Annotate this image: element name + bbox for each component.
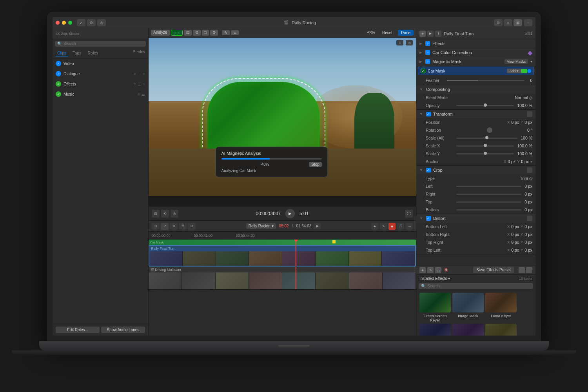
view-masks-btn[interactable]: View Masks — [505, 59, 528, 64]
effect-luma-keyer[interactable]: Luma Keyer — [485, 293, 517, 322]
fullscreen-view-btn[interactable]: ⛶ — [405, 210, 413, 218]
add-to-timeline-btn[interactable]: + — [419, 267, 426, 273]
mask-tool4[interactable]: ⊘ — [210, 30, 218, 36]
back-button[interactable]: ↙ — [77, 19, 85, 26]
scale-all-slider[interactable] — [456, 138, 517, 139]
timeline-tool5[interactable]: ⊞ — [188, 223, 196, 230]
fullscreen-button[interactable] — [68, 21, 72, 25]
effects-check[interactable]: ✓ — [425, 41, 430, 46]
mask-lasso-btn[interactable]: ⊂ — [231, 30, 239, 35]
car-mask-check-row[interactable]: ✓ — [421, 69, 425, 73]
grid-view-btn[interactable]: ⊞ — [494, 19, 503, 26]
mask-color-swatch[interactable] — [521, 69, 527, 73]
minimize-button[interactable] — [62, 21, 66, 25]
car-mask-highlighted-row[interactable]: ✓ Car Mask Add ▾ — [418, 67, 534, 75]
forward-button[interactable]: ⚙ — [87, 19, 96, 26]
opacity-knob[interactable] — [484, 103, 487, 107]
car-color-header[interactable]: ▶ ✓ Car Color Correction ◆ — [416, 48, 535, 57]
crop-icon[interactable] — [527, 167, 532, 173]
mask-tool2[interactable]: ⊙ — [193, 30, 201, 36]
tags-tab[interactable]: Tags — [71, 50, 83, 56]
active-mask-btn[interactable]: ▷▷ — [171, 30, 183, 36]
blend-mode-value[interactable]: Normal ◇ — [515, 95, 532, 100]
effect-image-mask[interactable]: Image Mask — [452, 293, 484, 322]
compositing-header[interactable]: ▼ Compositing — [416, 85, 535, 94]
distort-check[interactable]: ✓ — [426, 216, 431, 221]
inspector-btn[interactable]: ▦ — [514, 19, 522, 26]
crop-bottom-slider[interactable] — [456, 209, 521, 211]
timeline-tool3[interactable]: ⚙ — [170, 223, 178, 230]
effects-section-header[interactable]: ▶ ✓ Effects — [416, 39, 535, 48]
mask-tool1[interactable]: ⊡ — [184, 30, 192, 36]
crop-header[interactable]: ▼ ✓ Crop — [416, 166, 535, 174]
viewer-icon-2[interactable]: ◎ — [406, 40, 413, 45]
effects-list-btn[interactable] — [526, 267, 532, 273]
scale-x-slider[interactable] — [456, 145, 514, 147]
crop-type-value[interactable]: Trim ◇ — [520, 176, 532, 181]
distort-header[interactable]: ▼ ✓ Distort — [416, 214, 535, 223]
show-audio-lanes-button[interactable]: Show Audio Lanes — [101, 327, 145, 333]
scale-all-knob[interactable] — [485, 136, 488, 139]
rotation-knob[interactable] — [487, 127, 492, 133]
zoom-in-btn[interactable]: + — [371, 223, 378, 230]
crop-check[interactable]: ✓ — [426, 168, 431, 172]
effect-scene-removal[interactable]: Scene Removal Mask — [452, 324, 484, 336]
share-button[interactable]: ◎ — [97, 19, 106, 26]
window-controls[interactable] — [56, 21, 72, 25]
inspector-tab-video[interactable]: ▶ — [427, 31, 434, 37]
mute-btn[interactable]: 🔇 — [443, 267, 449, 273]
transform-header[interactable]: ▼ ✓ Transform — [416, 110, 535, 118]
close-button[interactable] — [56, 21, 60, 25]
crop-right-slider[interactable] — [456, 194, 521, 195]
effects-role-check[interactable]: ✓ — [56, 81, 61, 87]
audio-clip[interactable]: 🎬 Driving Multicam — [149, 267, 416, 289]
effect-shape-mask[interactable]: Shape Mask — [485, 324, 517, 336]
mask-edit-btn[interactable]: ✎ — [222, 30, 230, 35]
record-btn[interactable]: ● — [388, 223, 396, 230]
audio-browser-btn[interactable]: ∿ — [427, 267, 434, 273]
effect-green-screen[interactable]: Green Screen Keyer — [419, 293, 451, 322]
analyze-btn[interactable]: Analyze — [151, 30, 170, 36]
effects-role-item[interactable]: ✓ Effects ≡⚌○ — [53, 79, 148, 89]
roles-tab[interactable]: Roles — [86, 50, 100, 56]
dialogue-role-item[interactable]: ✓ Dialogue ≡⚌○ — [53, 69, 148, 79]
reset-btn[interactable]: Reset — [379, 30, 396, 36]
feather-slider[interactable] — [447, 80, 524, 81]
magnetic-mask-header[interactable]: ▶ ✓ Magnetic Mask View Masks ▾ — [416, 57, 535, 66]
effects-search-input[interactable] — [427, 284, 531, 288]
search-input[interactable] — [64, 42, 143, 46]
crop-left-slider[interactable] — [456, 186, 521, 187]
timeline-tool4[interactable]: ☷ — [179, 223, 187, 230]
music-role-check[interactable]: ✓ — [56, 91, 61, 97]
save-effects-preset-btn[interactable]: Save Effects Preset — [473, 267, 514, 273]
magnetic-mask-check[interactable]: ✓ — [425, 59, 430, 64]
timeline-tool1[interactable]: ⊡ — [152, 223, 160, 230]
opacity-slider[interactable] — [456, 105, 514, 106]
waveform-btn[interactable]: ∿ — [380, 223, 387, 230]
mask-tool3[interactable]: □ — [202, 30, 209, 36]
inspector-tab-fx[interactable]: ◈ — [419, 31, 426, 37]
audio-btn[interactable]: 🎵 — [397, 223, 404, 230]
scale-y-slider[interactable] — [456, 153, 514, 154]
clips-tab[interactable]: Clips — [56, 50, 68, 56]
timeline-nav-btn[interactable]: ▶ — [314, 223, 321, 229]
mask-color-blue[interactable] — [527, 69, 531, 73]
transform-check[interactable]: ✓ — [426, 112, 431, 116]
more-btn[interactable]: ··· — [406, 223, 413, 230]
effects-grid-btn[interactable] — [519, 267, 525, 273]
headphones-btn[interactable]: 🎧 — [435, 267, 441, 273]
transform-btn[interactable]: ⟲ — [161, 210, 169, 218]
inspector-tab-info[interactable]: ℹ — [435, 31, 441, 37]
distort-icon[interactable] — [527, 216, 532, 221]
scale-y-knob[interactable] — [484, 152, 487, 155]
main-video-clip[interactable]: Rally Final Turn — [149, 245, 416, 267]
edit-roles-button[interactable]: Edit Roles... — [56, 327, 100, 333]
car-mask-clip[interactable]: Car Mask — [149, 240, 416, 245]
video-role-check[interactable]: ✓ — [56, 61, 61, 66]
clip-start-btn[interactable]: ⊡ — [152, 210, 160, 218]
play-button[interactable]: ▶ — [285, 209, 295, 218]
transform-icon[interactable] — [527, 111, 532, 117]
share-export-btn[interactable]: ↑ — [524, 19, 532, 26]
music-role-item[interactable]: ✓ Music ≡⚌ — [53, 89, 148, 99]
speed-btn[interactable]: ◎ — [171, 210, 178, 218]
